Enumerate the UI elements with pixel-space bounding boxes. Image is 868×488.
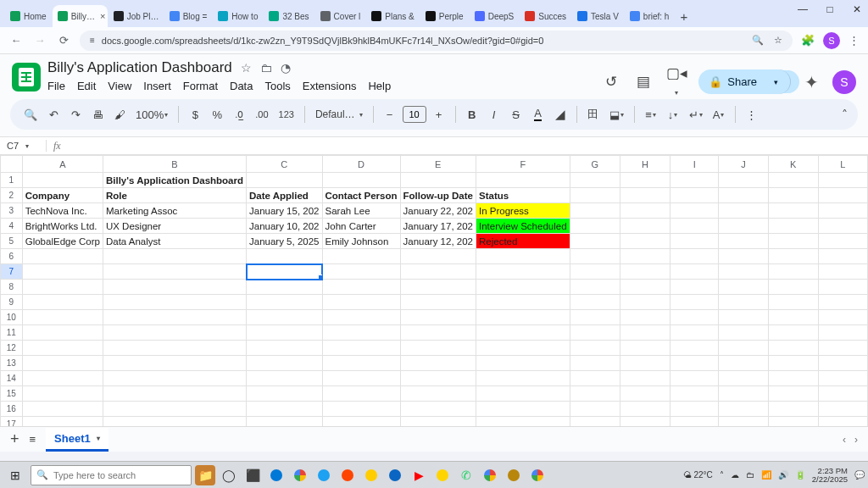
row-header[interactable]: 5	[1, 234, 23, 249]
browser-tab[interactable]: Job Pl…	[108, 5, 164, 27]
column-header[interactable]: H	[620, 156, 670, 173]
taskbar-app[interactable]: 📁	[195, 465, 215, 485]
cell[interactable]	[768, 280, 818, 295]
cell[interactable]	[670, 310, 719, 325]
cell[interactable]	[247, 356, 322, 371]
back-button[interactable]: ←	[8, 34, 24, 47]
cell[interactable]	[818, 371, 868, 386]
tray-icon[interactable]: 🗀	[746, 470, 754, 480]
zoom-select[interactable]: 100%▾	[132, 103, 171, 125]
select-all-corner[interactable]	[1, 156, 23, 173]
increase-decimal-button[interactable]: .00	[252, 103, 271, 125]
cell[interactable]	[719, 356, 768, 371]
cell[interactable]	[22, 371, 103, 386]
text-color-button[interactable]: A	[529, 103, 548, 125]
cell[interactable]	[768, 310, 818, 325]
cell[interactable]	[768, 219, 818, 234]
cell[interactable]	[570, 203, 620, 219]
browser-tab[interactable]: Billy…×	[53, 5, 108, 27]
cell[interactable]	[719, 341, 768, 356]
menu-item[interactable]: Extensions	[303, 80, 357, 92]
cell[interactable]	[322, 264, 400, 280]
cell[interactable]	[620, 219, 670, 234]
cell[interactable]: John Carter	[322, 219, 400, 234]
cell[interactable]	[620, 280, 670, 295]
cell[interactable]: Marketing Assoc	[103, 203, 246, 219]
cell[interactable]	[818, 264, 868, 280]
cell[interactable]	[719, 188, 768, 203]
cell[interactable]	[670, 295, 719, 310]
cell[interactable]	[247, 310, 322, 325]
print-button[interactable]: 🖶	[88, 103, 107, 125]
increase-font-button[interactable]: +	[430, 103, 448, 125]
cell[interactable]	[719, 325, 768, 341]
cell[interactable]	[400, 310, 476, 325]
menu-item[interactable]: View	[108, 80, 131, 92]
cell[interactable]	[768, 173, 818, 188]
menu-item[interactable]: Data	[230, 80, 253, 92]
cell[interactable]	[570, 402, 620, 417]
fill-color-button[interactable]: ◢	[551, 103, 570, 125]
menu-item[interactable]: Help	[368, 80, 391, 92]
cell[interactable]: Date Applied	[247, 188, 322, 203]
taskbar-search[interactable]: 🔍 Type here to search	[31, 465, 192, 485]
menu-item[interactable]: Format	[183, 80, 218, 92]
taskbar-app[interactable]	[361, 465, 381, 485]
menu-item[interactable]: File	[47, 80, 65, 92]
cell[interactable]: TechNova Inc.	[22, 203, 103, 219]
cell[interactable]	[818, 203, 868, 219]
cell[interactable]	[400, 341, 476, 356]
minimize-button[interactable]: —	[795, 3, 810, 15]
cell[interactable]	[719, 203, 768, 219]
scroll-right-button[interactable]: ›	[854, 434, 858, 446]
percent-button[interactable]: %	[208, 103, 226, 125]
cell[interactable]	[322, 325, 400, 341]
taskbar-app[interactable]	[290, 465, 310, 485]
taskbar-clock[interactable]: 2:23 PM2/22/2025	[812, 467, 848, 484]
cell[interactable]	[818, 310, 868, 325]
cell[interactable]	[247, 249, 322, 264]
row-header[interactable]: 15	[1, 386, 23, 402]
cell[interactable]	[818, 295, 868, 310]
taskbar-app[interactable]	[432, 465, 453, 485]
cell[interactable]: Company	[22, 188, 103, 203]
cell[interactable]	[400, 325, 476, 341]
close-window-button[interactable]: ✕	[849, 3, 865, 15]
v-align-button[interactable]: ↓▾	[664, 103, 682, 125]
row-header[interactable]: 14	[1, 371, 23, 386]
cell[interactable]	[400, 356, 476, 371]
cell[interactable]	[247, 295, 322, 310]
bookmark-icon[interactable]: ☆	[774, 35, 782, 46]
row-header[interactable]: 10	[1, 310, 23, 325]
browser-tab[interactable]: 32 Bes	[264, 5, 314, 27]
spreadsheet-grid[interactable]: ABCDEFGHIJKL1Billy's Application Dashboa…	[0, 155, 868, 426]
cell[interactable]	[719, 173, 768, 188]
cell[interactable]	[22, 325, 103, 341]
cell[interactable]	[768, 188, 818, 203]
weather-widget[interactable]: 🌤 22°C	[683, 470, 713, 480]
cell[interactable]	[768, 203, 818, 219]
browser-tab[interactable]: Home	[5, 5, 52, 27]
cell[interactable]	[247, 417, 322, 427]
row-header[interactable]: 11	[1, 325, 23, 341]
cell[interactable]	[768, 325, 818, 341]
cell[interactable]	[670, 341, 719, 356]
cell[interactable]	[719, 234, 768, 249]
cell[interactable]	[620, 173, 670, 188]
cell[interactable]	[818, 356, 868, 371]
cell[interactable]	[22, 173, 103, 188]
cell[interactable]: January 15, 202	[247, 203, 322, 219]
cell[interactable]	[22, 402, 103, 417]
cell[interactable]: GlobalEdge Corp	[22, 234, 103, 249]
column-header[interactable]: F	[476, 156, 570, 173]
cell[interactable]	[570, 249, 620, 264]
taskbar-app[interactable]: ✆	[456, 465, 476, 485]
cell[interactable]	[719, 249, 768, 264]
cell[interactable]	[670, 188, 719, 203]
cell[interactable]	[768, 295, 818, 310]
cell[interactable]	[570, 219, 620, 234]
meet-icon[interactable]: ▢◂ ▾	[666, 64, 685, 99]
cell[interactable]	[620, 234, 670, 249]
italic-button[interactable]: I	[485, 103, 504, 125]
new-tab-button[interactable]: +	[675, 5, 693, 27]
